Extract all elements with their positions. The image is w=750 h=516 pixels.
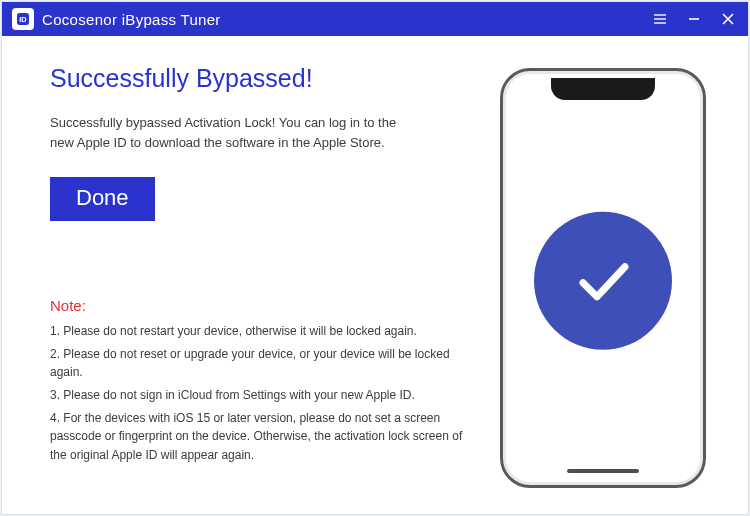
note-item: 3. Please do not sign in iCloud from Set…: [50, 386, 468, 405]
menu-button[interactable]: [646, 6, 674, 32]
window-controls: [646, 6, 742, 32]
titlebar: ID Cocosenor iBypass Tuner: [2, 2, 748, 36]
note-item: 4. For the devices with iOS 15 or later …: [50, 409, 468, 465]
note-item: 1. Please do not restart your device, ot…: [50, 322, 468, 341]
minimize-button[interactable]: [680, 6, 708, 32]
svg-text:ID: ID: [19, 15, 26, 24]
success-check-icon: [534, 212, 672, 350]
app-window: ID Cocosenor iBypass Tuner: [2, 2, 748, 514]
left-column: Successfully Bypassed! Successfully bypa…: [50, 64, 488, 494]
content-area: Successfully Bypassed! Successfully bypa…: [2, 36, 748, 514]
note-title: Note:: [50, 297, 468, 314]
close-button[interactable]: [714, 6, 742, 32]
app-logo-icon: ID: [12, 8, 34, 30]
phone-home-indicator: [567, 469, 639, 473]
app-title: Cocosenor iBypass Tuner: [42, 11, 221, 28]
done-button[interactable]: Done: [50, 177, 155, 221]
note-item: 2. Please do not reset or upgrade your d…: [50, 345, 468, 382]
phone-mockup: [500, 68, 706, 488]
note-block: Note: 1. Please do not restart your devi…: [50, 297, 468, 464]
page-title: Successfully Bypassed!: [50, 64, 468, 93]
phone-notch: [551, 78, 655, 100]
right-column: [488, 64, 718, 494]
success-description: Successfully bypassed Activation Lock! Y…: [50, 113, 420, 153]
note-list: 1. Please do not restart your device, ot…: [50, 322, 468, 464]
